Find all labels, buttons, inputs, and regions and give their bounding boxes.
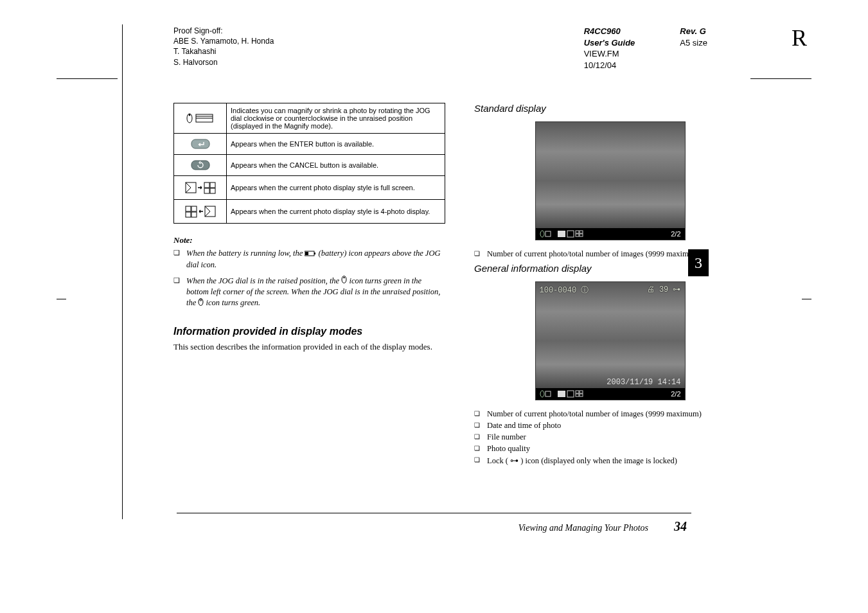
jog-raised-icon <box>341 276 347 287</box>
table-row: Appears when the current photo display s… <box>174 176 445 200</box>
svg-rect-40 <box>576 391 579 393</box>
doc-meta: R4CC960 User's Guide VIEW.FM 10/12/04 Re… <box>584 26 817 71</box>
general-display-screenshot: 100-0040 ⓘ 🖨 39 ⊶ 2003/11/19 14:14 2/2 <box>535 281 686 400</box>
list-item: File number <box>474 432 746 442</box>
svg-point-28 <box>540 231 544 237</box>
footer-rule <box>177 513 691 513</box>
crop-mark <box>57 299 66 299</box>
icon-desc: Appears when the current photo display s… <box>227 176 445 200</box>
svg-rect-23 <box>305 252 308 255</box>
svg-rect-6 <box>191 161 209 170</box>
doc-date: 10/12/04 <box>584 60 635 71</box>
icon-desc: Appears when the ENTER button is availab… <box>227 134 445 155</box>
right-column: Standard display 2/2 Number of current <box>474 103 746 468</box>
photo-counter: 2/2 <box>671 230 680 238</box>
jog-icon <box>540 230 551 238</box>
proof-signoff: Proof Sign-off: ABE S. Yamamoto, H. Hond… <box>64 26 274 71</box>
svg-rect-41 <box>580 391 583 393</box>
crop-mark <box>750 78 811 79</box>
proof-title: Proof Sign-off: <box>173 26 274 36</box>
svg-point-36 <box>540 391 544 397</box>
list-item: Date and time of photo <box>474 421 746 431</box>
list-item: Photo quality <box>474 444 746 454</box>
icon-description-table: Indicates you can magnify or shrink a ph… <box>173 103 445 224</box>
note-heading: Note: <box>173 235 445 245</box>
table-row: Indicates you can magnify or shrink a ph… <box>174 103 445 134</box>
svg-rect-29 <box>545 231 551 236</box>
svg-point-25 <box>344 277 345 278</box>
crop-mark <box>57 78 118 79</box>
svg-rect-31 <box>567 231 574 237</box>
standard-display-heading: Standard display <box>474 103 746 114</box>
note-text: When the battery is running low, the <box>186 249 305 258</box>
list-item: Number of current photo/total number of … <box>474 409 746 419</box>
svg-line-8 <box>186 182 191 188</box>
icon-desc: Appears when the CANCEL button is availa… <box>227 155 445 176</box>
svg-rect-15 <box>191 206 197 211</box>
note-list: When the battery is running low, the (ba… <box>173 248 445 308</box>
standard-display-screenshot: 2/2 <box>535 121 686 240</box>
margin-line <box>122 24 123 519</box>
file-number-overlay: 100-0040 ⓘ <box>540 285 589 296</box>
table-row: Appears when the ENTER button is availab… <box>174 134 445 155</box>
svg-rect-34 <box>576 234 579 236</box>
svg-rect-39 <box>567 391 574 397</box>
doc-size: A5 size <box>680 37 707 49</box>
svg-rect-14 <box>186 206 191 211</box>
doc-file: VIEW.FM <box>584 48 635 60</box>
svg-rect-10 <box>204 182 209 188</box>
crop-mark <box>802 299 811 299</box>
general-info-list: Number of current photo/total number of … <box>474 409 746 466</box>
table-row: Appears when the current photo display s… <box>174 200 445 224</box>
photo-counter: 2/2 <box>671 390 680 398</box>
left-column: Indicates you can magnify or shrink a ph… <box>173 103 445 468</box>
style-icons <box>558 390 583 398</box>
note-item: When the battery is running low, the (ba… <box>173 248 445 270</box>
svg-point-1 <box>188 114 190 116</box>
svg-rect-43 <box>580 394 583 396</box>
note-item: When the JOG dial is in the raised posit… <box>173 276 445 309</box>
svg-rect-42 <box>576 394 579 396</box>
svg-rect-16 <box>186 212 191 217</box>
proof-line: S. Halvorson <box>173 57 274 67</box>
svg-rect-13 <box>210 188 215 193</box>
chapter-tab: 3 <box>688 249 709 276</box>
svg-rect-38 <box>558 391 565 397</box>
style-icons <box>558 230 583 238</box>
svg-line-19 <box>205 206 210 211</box>
recto-marker: R <box>792 24 807 51</box>
list-item: Lock ( ⊶ ) icon (displayed only when the… <box>474 456 746 466</box>
doc-rev: Rev. G <box>680 26 707 37</box>
table-row: Appears when the CANCEL button is availa… <box>174 155 445 176</box>
battery-icon <box>305 249 316 260</box>
svg-rect-17 <box>191 212 197 217</box>
svg-line-9 <box>186 188 191 193</box>
doc-code: R4CC960 <box>584 26 635 37</box>
svg-rect-12 <box>204 188 209 193</box>
proof-line: ABE S. Yamamoto, H. Honda <box>173 36 274 46</box>
quality-overlay: 🖨 39 ⊶ <box>647 285 681 296</box>
svg-rect-22 <box>314 253 315 254</box>
proof-line: T. Takahashi <box>173 46 274 57</box>
svg-rect-33 <box>580 231 583 233</box>
page-number: 34 <box>674 519 687 534</box>
svg-line-20 <box>205 211 210 217</box>
jog-unraised-icon <box>198 298 204 309</box>
svg-rect-30 <box>558 231 565 237</box>
note-text: When the JOG dial is in the raised posit… <box>186 276 341 285</box>
doc-title: User's Guide <box>584 37 635 49</box>
cancel-icon <box>191 160 210 170</box>
footer-text: Viewing and Managing Your Photos <box>518 523 648 533</box>
enter-icon <box>191 139 210 149</box>
svg-rect-5 <box>191 139 209 148</box>
svg-rect-35 <box>580 234 583 236</box>
section-body: This section describes the information p… <box>173 341 445 353</box>
jog-icon <box>540 390 551 398</box>
icon-desc: Indicates you can magnify or shrink a ph… <box>227 103 445 134</box>
jog-magnify-icon <box>186 112 215 124</box>
four-photo-style-icon <box>185 205 216 218</box>
note-text: icon turns green. <box>206 298 261 307</box>
section-heading: Information provided in display modes <box>173 326 445 337</box>
footer: Viewing and Managing Your Photos 34 <box>518 519 687 534</box>
svg-point-27 <box>200 299 202 301</box>
